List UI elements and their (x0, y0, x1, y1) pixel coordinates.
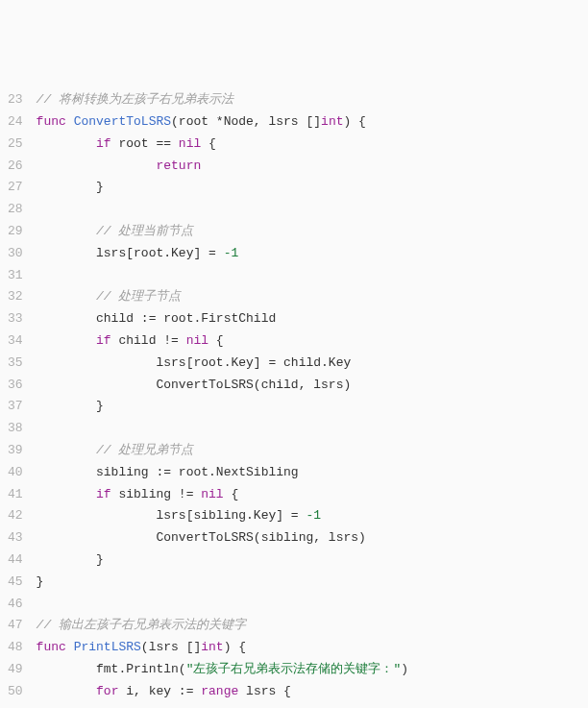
code-line (37, 418, 588, 440)
line-number: 31 (8, 265, 23, 287)
code-token: int (321, 114, 343, 129)
code-token: nil (201, 487, 223, 501)
code-token: nil (186, 333, 208, 348)
code-line: } (37, 549, 588, 572)
code-line: // 输出左孩子右兄弟表示法的关键字 (37, 615, 588, 637)
code-line: // 处理子节点 (37, 286, 588, 308)
code-line: return (37, 156, 588, 178)
code-token: if (96, 333, 111, 348)
code-token: { (224, 487, 239, 501)
line-number: 50 (8, 681, 23, 703)
line-number: 41 (8, 484, 23, 506)
code-token: } (37, 574, 44, 589)
code-token: func (37, 640, 74, 654)
code-token: for (96, 684, 118, 698)
code-token: PrintLSRS (74, 640, 141, 654)
line-number: 34 (8, 330, 23, 353)
line-number: 26 (8, 156, 23, 178)
code-token: // 处理兄弟节点 (96, 443, 193, 457)
code-token: ConvertToLSRS (74, 114, 171, 129)
code-line: lsrs[sibling.Key] = -1 (37, 505, 588, 527)
code-token: ) (401, 662, 408, 676)
code-line: // 处理兄弟节点 (37, 440, 588, 462)
code-token (37, 159, 157, 173)
line-number: 39 (8, 440, 23, 462)
code-line: if key != -1 { (37, 703, 588, 709)
code-token: lsrs[root.Key] = (37, 246, 224, 260)
line-number: 37 (8, 396, 23, 418)
code-token: lsrs[sibling.Key] = (37, 508, 306, 523)
code-line: sibling := root.NextSibling (37, 462, 588, 484)
line-number: 48 (8, 637, 23, 659)
line-number: 23 (8, 89, 23, 111)
code-token: // 将树转换为左孩子右兄弟表示法 (37, 92, 233, 107)
code-token (37, 443, 96, 457)
code-token: // 处理当前节点 (96, 224, 193, 238)
code-line: if child != nil { (37, 330, 588, 353)
code-line: if root == nil { (37, 134, 588, 156)
code-token: } (37, 180, 104, 194)
code-token: lsrs[root.Key] = child.Key (37, 355, 352, 370)
line-number: 35 (8, 353, 23, 375)
code-token: } (37, 399, 104, 413)
code-line: } (37, 572, 588, 594)
line-number: 45 (8, 572, 23, 594)
code-token: -1 (224, 246, 239, 260)
code-line: // 处理当前节点 (37, 221, 588, 243)
code-token: root == (111, 136, 179, 151)
line-number: 27 (8, 177, 23, 199)
code-line: for i, key := range lsrs { (37, 681, 588, 703)
code-token (37, 136, 96, 151)
code-container: 2324252627282930313233343536373839404142… (0, 87, 588, 708)
code-token: ) { (343, 114, 365, 129)
code-token (37, 684, 96, 698)
line-number: 24 (8, 111, 23, 134)
line-number: 43 (8, 527, 23, 549)
code-token: if (96, 136, 111, 151)
code-token: { (208, 333, 224, 348)
line-number: 46 (8, 594, 23, 616)
line-number: 44 (8, 549, 23, 572)
code-token: sibling := root.NextSibling (37, 465, 299, 479)
code-token: ConvertToLSRS(child, lsrs) (37, 378, 352, 392)
line-number: 36 (8, 375, 23, 397)
line-number: 49 (8, 659, 23, 681)
code-area: // 将树转换为左孩子右兄弟表示法func ConvertToLSRS(root… (37, 89, 588, 708)
line-number: 25 (8, 134, 23, 156)
code-line: ConvertToLSRS(sibling, lsrs) (37, 527, 588, 549)
code-token (37, 333, 96, 348)
code-token (37, 224, 96, 238)
code-line: func PrintLSRS(lsrs []int) { (37, 637, 588, 659)
code-token: i, key := (118, 684, 201, 698)
code-token: if (96, 487, 111, 501)
line-number: 32 (8, 286, 23, 308)
code-line (37, 594, 588, 616)
code-token: (root *Node, lsrs [] (171, 114, 321, 129)
code-token: // 处理子节点 (96, 289, 181, 304)
code-line: ConvertToLSRS(child, lsrs) (37, 375, 588, 397)
code-line: func ConvertToLSRS(root *Node, lsrs []in… (37, 111, 588, 134)
code-token: } (37, 552, 104, 567)
code-line: lsrs[root.Key] = child.Key (37, 353, 588, 375)
line-number: 30 (8, 243, 23, 265)
code-token (37, 487, 96, 501)
code-token: "左孩子右兄弟表示法存储的关键字：" (186, 662, 402, 676)
code-token: sibling != (111, 487, 202, 501)
code-line (37, 199, 588, 221)
code-token: ) { (224, 640, 246, 654)
code-token: -1 (306, 508, 321, 523)
code-token: int (201, 640, 223, 654)
line-number: 47 (8, 615, 23, 637)
code-token: lsrs { (238, 684, 291, 698)
code-token: range (201, 684, 238, 698)
code-token: ConvertToLSRS(sibling, lsrs) (37, 530, 366, 545)
code-token: nil (179, 136, 201, 151)
line-number: 38 (8, 418, 23, 440)
code-token (37, 289, 96, 304)
code-token: fmt.Println( (37, 662, 186, 676)
code-token: func (37, 114, 74, 129)
code-token: child != (111, 333, 186, 348)
line-number: 42 (8, 505, 23, 527)
code-line: fmt.Println("左孩子右兄弟表示法存储的关键字：") (37, 659, 588, 681)
code-line: } (37, 177, 588, 199)
